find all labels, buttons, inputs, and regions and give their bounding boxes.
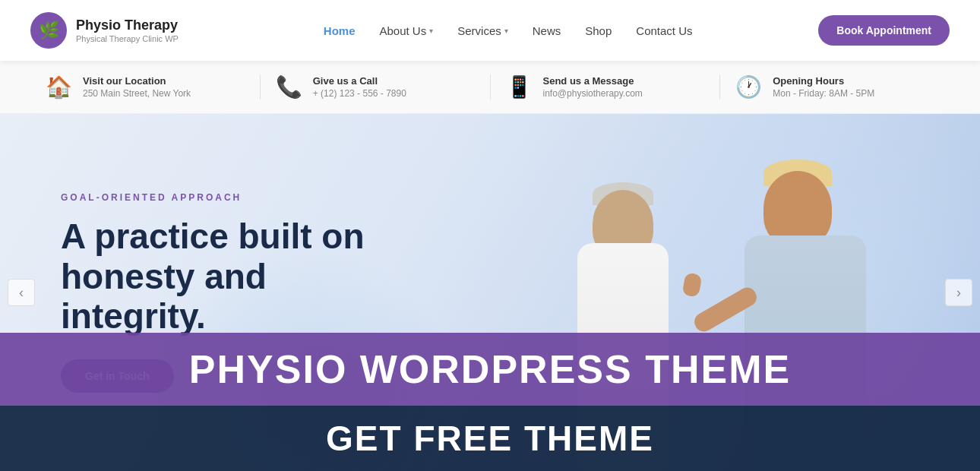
clock-icon: 🕐 [735,74,762,100]
slider-next-button[interactable]: › [945,279,972,306]
hero-title: A practice built on honesty and integrit… [61,217,395,337]
info-phone: 📞 Give us a Call + (12) 123 - 556 - 7890 [261,74,491,100]
nav-shop[interactable]: Shop [574,18,622,43]
banner-bottom: GET FREE THEME [0,406,980,471]
info-bar: 🏠 Visit our Location 250 Main Street, Ne… [0,61,980,114]
message-icon: 📱 [506,74,533,100]
nav-about[interactable]: About Us ▾ [369,18,444,43]
logo-subtitle: Physical Therapy Clinic WP [76,34,179,43]
location-icon: 🏠 [46,74,72,100]
banner-top: PHYSIO WORDPRESS THEME [0,333,980,406]
overlay-banner: PHYSIO WORDPRESS THEME GET FREE THEME [0,333,980,471]
nav-news[interactable]: News [522,18,572,43]
nav-contact[interactable]: Contact Us [625,18,703,43]
info-message: 📱 Send us a Message info@physiotherapy.c… [491,74,721,100]
logo-title: Physio Therapy [76,17,179,34]
info-location: 🏠 Visit our Location 250 Main Street, Ne… [30,74,261,100]
message-label: Send us a Message [543,75,643,87]
about-chevron-icon: ▾ [429,27,433,35]
nav-services[interactable]: Services ▾ [447,18,519,43]
book-appointment-button[interactable]: Book Appointment [818,15,950,46]
logo-icon: 🌿 [30,12,67,49]
phone-icon: 📞 [276,74,302,100]
phone-label: Give us a Call [313,75,406,87]
logo[interactable]: 🌿 Physio Therapy Physical Therapy Clinic… [30,12,198,49]
info-hours: 🕐 Opening Hours Mon - Friday: 8AM - 5PM [720,74,950,100]
hero-tag: GOAL-ORIENTED APPROACH [61,192,395,203]
hours-value: Mon - Friday: 8AM - 5PM [773,88,874,99]
nav-links: Home About Us ▾ Services ▾ News Shop Con… [198,18,818,43]
location-value: 250 Main Street, New York [83,88,191,99]
hero-section: ‹ GOAL-ORIENTED APPROACH A practice buil… [0,114,980,471]
banner-top-text: PHYSIO WORDPRESS THEME [30,346,950,392]
services-chevron-icon: ▾ [504,27,508,35]
navbar: 🌿 Physio Therapy Physical Therapy Clinic… [0,0,980,61]
banner-bottom-text: GET FREE THEME [30,418,950,459]
nav-home[interactable]: Home [313,18,366,43]
message-value: info@physiotherapy.com [543,88,643,99]
slider-prev-button[interactable]: ‹ [8,279,35,306]
location-label: Visit our Location [83,75,191,87]
phone-value: + (12) 123 - 556 - 7890 [313,88,406,99]
hours-label: Opening Hours [773,75,874,87]
